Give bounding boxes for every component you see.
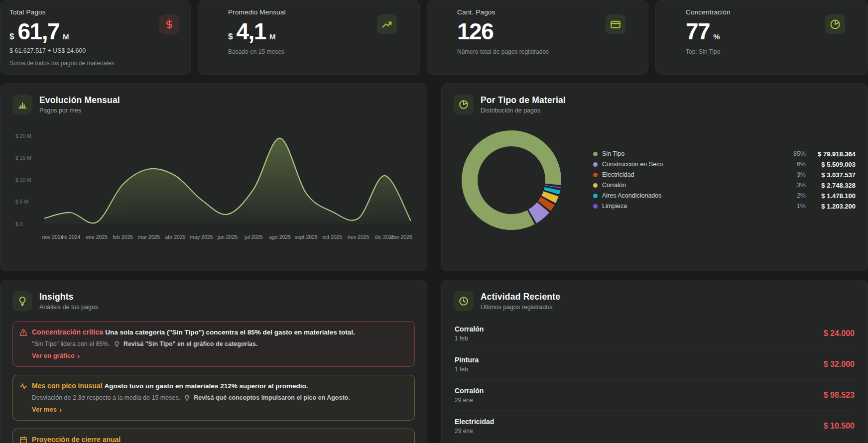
stat-card: Promedio Mensual $ 4,1 M Basado en 15 me… (198, 0, 420, 75)
legend-percent: 3% (784, 172, 806, 178)
activity-amount: $ 98.523 (824, 391, 855, 400)
svg-text:nov 2025: nov 2025 (348, 234, 369, 240)
svg-text:may 2025: may 2025 (190, 234, 213, 240)
insight-link[interactable]: Ver en gráfico › (19, 352, 405, 359)
activity-title: Actividad Reciente (481, 292, 560, 302)
svg-text:ene 2026: ene 2026 (390, 234, 412, 240)
legend-amount: $ 1.203.200 (806, 203, 856, 210)
lightbulb-icon (12, 291, 32, 311)
legend-percent: 85% (784, 151, 806, 157)
svg-text:abr 2025: abr 2025 (165, 234, 186, 240)
legend-amount: $ 79.918.364 (806, 151, 856, 157)
evolution-header: Evolución Mensual Pagos por mes (0, 84, 427, 118)
insight-lead: Una sola categoría ("Sin Tipo") concentr… (105, 329, 355, 336)
legend-percent: 6% (784, 161, 806, 168)
stat-card: Total Pagos $ 61,7 M $ 61.627.517 + US$ … (0, 0, 191, 75)
dollar-icon (159, 14, 179, 34)
activity-list: Corralón 1 feb $ 24.000 Pintura 1 feb $ … (442, 315, 868, 443)
svg-text:$ 5 M: $ 5 M (15, 199, 28, 205)
legend-dot (593, 183, 598, 188)
insight-tip: Revisá "Sin Tipo" en el gráfico de categ… (124, 340, 257, 347)
insight-detail: Desviación de 2.3σ respecto a la media d… (32, 394, 180, 401)
legend-amount: $ 2.748.328 (806, 182, 856, 189)
donut-legend: Sin Tipo 85% $ 79.918.364 Construcción e… (569, 151, 856, 210)
svg-text:ago 2025: ago 2025 (269, 234, 291, 240)
legend-amount: $ 5.509.003 (806, 161, 856, 168)
activity-row: Pintura 1 feb $ 32.000 (455, 349, 855, 380)
svg-text:ene 2025: ene 2025 (86, 234, 108, 240)
legend-row: Aires Acondicionados 2% $ 1.478.100 (593, 193, 856, 199)
stat-card-value: 61,7 (17, 20, 59, 43)
svg-text:$ 20 M: $ 20 M (15, 133, 31, 139)
stat-card: Concentración 77 % Top: Sin Tipo (655, 0, 868, 75)
activity-panel: Actividad Reciente Últimos pagos registr… (441, 280, 868, 443)
insight-lead: Agosto tuvo un gasto en materiales 212% … (105, 382, 308, 390)
legend-label: Electricidad (602, 172, 634, 178)
chevron-right-icon: › (59, 407, 62, 412)
insight-tip: Revisá qué conceptos impulsaron el pico … (194, 394, 350, 401)
legend-row: Electricidad 3% $ 3.037.537 (593, 172, 856, 178)
legend-dot (593, 194, 598, 198)
clock-icon (454, 291, 474, 311)
activity-name: Corralón (455, 325, 484, 333)
insight-alert: Mes con pico inusual Agosto tuvo un gast… (12, 375, 415, 421)
activity-name: Electricidad (455, 418, 494, 426)
bar-chart-icon (12, 95, 32, 114)
activity-amount: $ 10.500 (824, 422, 855, 431)
legend-amount: $ 1.478.100 (806, 193, 856, 199)
donut-chart (454, 122, 569, 238)
insight-link[interactable]: Ver mes › (19, 406, 405, 413)
dashboard-page: Total Pagos $ 61,7 M $ 61.627.517 + US$ … (0, 0, 868, 443)
activity-date: 29 ene (455, 397, 484, 404)
evolution-panel: Evolución Mensual Pagos por mes $ 20 M$ … (0, 83, 427, 271)
insights-subtitle: Análisis de tus pagos (39, 304, 98, 311)
svg-text:mar 2025: mar 2025 (138, 234, 160, 240)
stat-card-prefix: $ (9, 32, 14, 42)
evolution-chart: $ 20 M$ 15 M$ 10 M$ 5 M$ 0nov 2024dic 20… (0, 118, 427, 255)
insights-list: Concentración crítica Una sola categoría… (0, 315, 427, 443)
details-row: Insights Análisis de tus pagos Concentra… (0, 280, 868, 443)
stat-card-description: Basado en 15 meses (228, 48, 411, 55)
svg-text:feb 2025: feb 2025 (113, 234, 133, 240)
activity-date: 29 ene (455, 428, 494, 435)
legend-dot (593, 152, 598, 156)
material-subtitle: Distribución de pagos (481, 107, 566, 114)
legend-row: Construcción en Seco 6% $ 5.509.003 (593, 161, 856, 168)
stat-card-description: Suma de todos los pagos de materiales (9, 60, 182, 67)
stat-card-subvalue: $ 61.627.517 + US$ 24.600 (9, 47, 182, 54)
insight-alert: Proyección de cierre anual Se proyecta u… (12, 429, 415, 443)
insights-panel: Insights Análisis de tus pagos Concentra… (0, 280, 427, 443)
svg-text:dic 2024: dic 2024 (61, 234, 81, 240)
svg-text:jul 2025: jul 2025 (244, 234, 263, 240)
alert-triangle-icon (19, 329, 27, 336)
activity-name: Pintura (455, 356, 479, 364)
activity-date: 1 feb (455, 366, 479, 373)
svg-text:$ 10 M: $ 10 M (15, 177, 31, 183)
stat-card-value: 4,1 (236, 20, 265, 43)
activity-row: Corralón 29 ene $ 98.523 (455, 380, 855, 411)
legend-label: Construcción en Seco (602, 161, 663, 168)
insight-link-label: Ver en gráfico (32, 352, 75, 359)
lightbulb-tip-icon (114, 341, 120, 347)
stat-card-suffix: % (713, 32, 720, 41)
activity-date: 1 feb (455, 335, 484, 342)
credit-card-icon (606, 14, 625, 34)
stats-row: Total Pagos $ 61,7 M $ 61.627.517 + US$ … (0, 0, 868, 75)
insight-link-label: Ver mes (32, 406, 57, 413)
pie-chart-icon (825, 14, 845, 34)
stat-card-description: Top: Sin Tipo (686, 48, 860, 55)
activity-subtitle: Últimos pagos registrados (481, 304, 560, 311)
material-title: Por Tipo de Material (481, 95, 566, 106)
legend-dot (593, 204, 598, 209)
svg-text:sept 2025: sept 2025 (295, 234, 318, 240)
stat-card-suffix: M (269, 32, 276, 41)
legend-label: Corralón (602, 182, 626, 189)
legend-label: Sin Tipo (602, 151, 624, 157)
svg-text:oct 2025: oct 2025 (322, 234, 342, 240)
pie-chart-icon (454, 95, 474, 114)
svg-text:jun 2025: jun 2025 (217, 234, 238, 240)
insight-alert: Concentración crítica Una sola categoría… (12, 321, 415, 367)
legend-percent: 3% (784, 182, 806, 189)
activity-row: Corralón 1 feb $ 24.000 (455, 318, 855, 349)
charts-row: Evolución Mensual Pagos por mes $ 20 M$ … (0, 83, 868, 271)
